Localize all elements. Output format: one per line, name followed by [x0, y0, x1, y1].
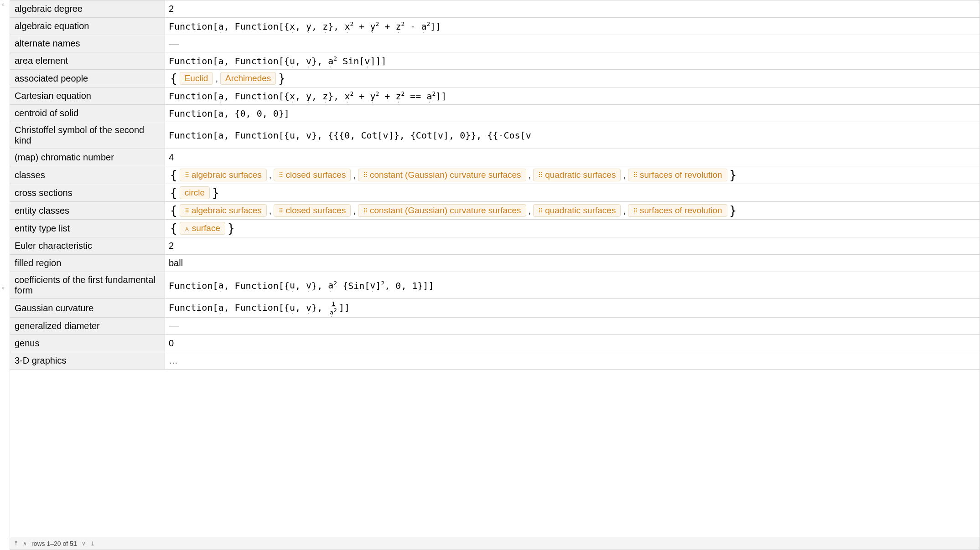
entity-chip[interactable]: ⠿algebraic surfaces [180, 169, 267, 181]
property-value[interactable]: Function[a, Function[{u, v}, a2 Sin[v]]] [165, 52, 980, 69]
property-key[interactable]: (map) chromatic number [10, 149, 165, 166]
entity-chip[interactable]: ⠿surfaces of revolution [628, 204, 727, 217]
cell-bracket-top[interactable]: ▵ [2, 1, 5, 7]
property-key[interactable]: Gaussian curvature [10, 299, 165, 317]
property-key[interactable]: genus [10, 335, 165, 352]
property-value[interactable]: {Euclid,Archimedes} [165, 70, 980, 87]
last-page-icon[interactable]: ⤓ [90, 540, 95, 547]
property-value[interactable]: {circle} [165, 184, 980, 201]
prev-page-icon[interactable]: ∧ [23, 540, 27, 547]
dataset-footer: ⤒ ∧ rows 1–20 of 51 ∨ ⤓ [10, 537, 980, 550]
entity-chip[interactable]: ⠿algebraic surfaces [180, 204, 267, 217]
table-row: area elementFunction[a, Function[{u, v},… [10, 52, 980, 70]
entity-chip[interactable]: ⠿closed surfaces [274, 169, 351, 181]
property-value[interactable]: 0 [165, 335, 980, 352]
property-value[interactable]: {⠿algebraic surfaces,⠿closed surfaces,⠿c… [165, 166, 980, 184]
notebook-container: ▵ ▿ algebraic degree2algebraic equationF… [0, 0, 980, 550]
property-value[interactable]: Function[a, Function[{x, y, z}, x2 + y2 … [165, 87, 980, 104]
property-value[interactable]: … [165, 352, 980, 369]
property-value[interactable]: {⠿algebraic surfaces,⠿closed surfaces,⠿c… [165, 202, 980, 219]
property-key[interactable]: algebraic equation [10, 18, 165, 35]
entity-chip[interactable]: ⠿closed surfaces [274, 204, 351, 217]
entity-chip[interactable]: ⋏surface [180, 222, 225, 235]
table-row: alternate names— [10, 35, 980, 52]
table-row: associated people{Euclid,Archimedes} [10, 70, 980, 87]
next-page-icon[interactable]: ∨ [82, 540, 86, 547]
property-value[interactable]: ball [165, 255, 980, 272]
property-value[interactable]: — [165, 318, 980, 334]
property-value[interactable]: — [165, 35, 980, 52]
table-row: entity classes{⠿algebraic surfaces,⠿clos… [10, 202, 980, 220]
property-value[interactable]: Function[a, Function[{u, v}, 1a2]] [165, 299, 980, 317]
property-key[interactable]: filled region [10, 255, 165, 272]
table-row: cross sections{circle} [10, 184, 980, 202]
table-row: 3-D graphics… [10, 352, 980, 370]
property-key[interactable]: area element [10, 52, 165, 69]
table-row: coefficients of the first fundamental fo… [10, 272, 980, 299]
property-value[interactable]: Function[a, Function[{u, v}, a2 {Sin[v]2… [165, 272, 980, 298]
table-row: generalized diameter— [10, 318, 980, 335]
property-key[interactable]: Euler characteristic [10, 237, 165, 254]
property-key[interactable]: alternate names [10, 35, 165, 52]
table-row: genus0 [10, 335, 980, 352]
entity-chip[interactable]: circle [180, 186, 210, 199]
rows-indicator: rows 1–20 of 51 [31, 540, 77, 547]
table-row: Euler characteristic2 [10, 237, 980, 255]
property-key[interactable]: generalized diameter [10, 318, 165, 334]
table-row: classes{⠿algebraic surfaces,⠿closed surf… [10, 166, 980, 184]
entity-chip[interactable]: ⠿constant (Gaussian) curvature surfaces [358, 204, 526, 217]
entity-chip[interactable]: ⠿quadratic surfaces [533, 169, 621, 181]
property-key[interactable]: centroid of solid [10, 105, 165, 122]
entity-chip[interactable]: ⠿constant (Gaussian) curvature surfaces [358, 169, 526, 181]
cell-bracket-bottom[interactable]: ▿ [2, 285, 5, 291]
entity-chip[interactable]: ⠿quadratic surfaces [533, 204, 621, 217]
entity-chip[interactable]: Archimedes [220, 72, 276, 85]
cell-gutter: ▵ ▿ [0, 0, 10, 550]
table-row: (map) chromatic number4 [10, 149, 980, 166]
property-value[interactable]: {⋏surface} [165, 220, 980, 237]
table-row: centroid of solidFunction[a, {0, 0, 0}] [10, 105, 980, 122]
property-key[interactable]: algebraic degree [10, 0, 165, 17]
dataset-panel: algebraic degree2algebraic equationFunct… [10, 0, 980, 550]
table-row: algebraic degree2 [10, 0, 980, 18]
property-key[interactable]: 3-D graphics [10, 352, 165, 369]
entity-chip[interactable]: Euclid [180, 72, 213, 85]
property-key[interactable]: Cartesian equation [10, 87, 165, 104]
property-value[interactable]: Function[a, Function[{u, v}, {{{0, Cot[v… [165, 122, 980, 149]
property-key[interactable]: cross sections [10, 184, 165, 201]
entity-chip[interactable]: ⠿surfaces of revolution [628, 169, 727, 181]
table-row: Cartesian equationFunction[a, Function[{… [10, 87, 980, 105]
property-key[interactable]: entity classes [10, 202, 165, 219]
table-row: filled regionball [10, 255, 980, 272]
property-value[interactable]: Function[a, {0, 0, 0}] [165, 105, 980, 122]
property-key[interactable]: Christoffel symbol of the second kind [10, 122, 165, 149]
first-page-icon[interactable]: ⤒ [14, 540, 18, 547]
table-row: algebraic equationFunction[a, Function[{… [10, 18, 980, 35]
table-row: entity type list{⋏surface} [10, 220, 980, 237]
table-row: Gaussian curvatureFunction[a, Function[{… [10, 299, 980, 318]
property-key[interactable]: entity type list [10, 220, 165, 237]
property-value[interactable]: 2 [165, 237, 980, 254]
property-key[interactable]: classes [10, 166, 165, 184]
property-key[interactable]: associated people [10, 70, 165, 87]
dataset-grid: algebraic degree2algebraic equationFunct… [10, 0, 980, 537]
property-value[interactable]: Function[a, Function[{x, y, z}, x2 + y2 … [165, 18, 980, 35]
property-value[interactable]: 4 [165, 149, 980, 166]
property-value[interactable]: 2 [165, 0, 980, 17]
property-key[interactable]: coefficients of the first fundamental fo… [10, 272, 165, 298]
table-row: Christoffel symbol of the second kindFun… [10, 122, 980, 149]
